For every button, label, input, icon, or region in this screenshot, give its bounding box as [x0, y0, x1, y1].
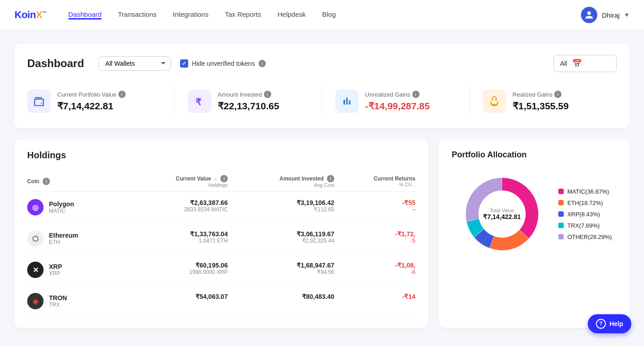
- realized-gains-value: ₹1,51,355.59: [512, 101, 569, 112]
- metric-amount-invested: ₹ Amount Invested i ₹22,13,710.65: [175, 85, 322, 117]
- portfolio-card: Portfolio Allocation Total Value ₹7,14,4…: [439, 139, 629, 328]
- wallet-selector[interactable]: All Wallets Wallet 1 Wallet 2: [98, 56, 171, 71]
- realized-gains-label: Realized Gains i: [512, 91, 569, 98]
- amount-invested-cell: ₹3,19,106.42 ₹112.60: [228, 192, 334, 223]
- dashboard-top-bar: Dashboard All Wallets Wallet 1 Wallet 2 …: [27, 55, 617, 72]
- pct-change: -6: [334, 269, 415, 275]
- current-returns: -₹1,08,: [334, 262, 415, 269]
- current-value-cell: ₹60,195.06 1998.0000 XRP: [127, 254, 228, 286]
- logo-text: KoinX™: [15, 9, 47, 21]
- nav-tax-reports[interactable]: Tax Reports: [225, 10, 261, 20]
- coin-icon: ✕: [27, 262, 44, 278]
- help-label: Help: [610, 320, 623, 327]
- amount-invested-cell: ₹3,06,119.67 ₹2,92,325.44: [228, 223, 334, 254]
- main-content: Dashboard All Wallets Wallet 1 Wallet 2 …: [0, 30, 644, 341]
- metrics-row: Current Portfolio Value i ₹7,14,422.81 ₹…: [27, 85, 617, 117]
- realized-info-icon[interactable]: i: [554, 91, 561, 98]
- avg-cost: ₹84.56: [228, 269, 334, 275]
- current-value-info-icon[interactable]: i: [220, 175, 228, 182]
- portfolio-title: Portfolio Allocation: [452, 150, 617, 160]
- coin-symbol: ETH: [49, 239, 78, 245]
- logo[interactable]: KoinX™: [15, 9, 47, 21]
- coin-cell: ◎ Polygon MATIC: [27, 199, 127, 215]
- money-bag-icon: [483, 89, 506, 113]
- holdings-amount: 1998.0000 XRP: [127, 269, 228, 275]
- unrealized-info-icon[interactable]: i: [412, 91, 420, 98]
- table-row: ◈ TRON TRX ₹54,063.07 ₹80,483.40 -₹14: [27, 286, 415, 317]
- nav-dashboard[interactable]: Dashboard: [68, 10, 102, 19]
- amount-invested-info-icon[interactable]: i: [264, 91, 271, 98]
- coin-info-icon[interactable]: i: [43, 178, 50, 185]
- amount-invested-label: Amount Invested i: [218, 91, 279, 98]
- date-filter-label: All: [560, 60, 567, 67]
- legend-item-xrp: XRP(8.43%): [558, 211, 612, 218]
- legend-label-eth: ETH(18.72%): [567, 200, 603, 206]
- legend-dot-other: [558, 234, 564, 239]
- coin-name: Polygon: [49, 200, 74, 208]
- hide-unverified-info-icon[interactable]: i: [259, 60, 266, 67]
- user-name[interactable]: Dhiraj: [602, 11, 620, 19]
- portfolio-info-icon[interactable]: i: [118, 91, 126, 98]
- current-returns: -₹55: [334, 199, 415, 206]
- amount-invested-col-info[interactable]: i: [327, 175, 334, 182]
- legend-item-trx: TRX(7.69%): [558, 222, 612, 229]
- current-returns-cell: -₹14: [334, 286, 415, 317]
- nav-helpdesk[interactable]: Helpdesk: [278, 10, 306, 20]
- legend-label-other: OTHER(28.29%): [567, 234, 612, 240]
- legend-label-xrp: XRP(8.43%): [567, 211, 600, 218]
- nav-blog[interactable]: Blog: [322, 10, 336, 20]
- nav-integrations[interactable]: Integrations: [173, 10, 208, 20]
- metric-realized-gains: Realized Gains i ₹1,51,355.59: [469, 85, 617, 117]
- hide-unverified-checkbox[interactable]: [180, 59, 188, 68]
- holdings-amount: 2833.9234 MATIC: [127, 206, 228, 213]
- portfolio-value: ₹7,14,422.81: [57, 101, 126, 112]
- donut-total-label: Total Value: [483, 208, 521, 213]
- col-current-returns: Current Returns % Ch...: [334, 171, 415, 192]
- coin-icon: ◎: [27, 199, 44, 215]
- nav-transactions[interactable]: Transactions: [118, 10, 156, 20]
- coin-symbol: XRP: [49, 270, 62, 277]
- coin-name: TRON: [49, 294, 67, 302]
- holdings-card: Holdings Coin i Current Value ↓ i Holdin…: [15, 139, 428, 328]
- coin-icon: ⬡: [27, 230, 44, 247]
- date-filter[interactable]: All 📅: [553, 55, 617, 72]
- help-button[interactable]: ? Help: [588, 314, 631, 333]
- invested-value: ₹1,68,947.67: [228, 262, 334, 269]
- chart-icon: [335, 89, 359, 113]
- rupee-icon: ₹: [188, 89, 211, 113]
- nav-right: Dhiraj ▼: [581, 7, 629, 23]
- coin-symbol: TRX: [49, 302, 67, 308]
- legend-item-eth: ETH(18.72%): [558, 200, 612, 206]
- legend-label-matic: MATIC(36.87%): [567, 188, 609, 195]
- pct-change: -5: [334, 238, 415, 244]
- sort-icon: ↓: [215, 175, 217, 182]
- current-value: ₹2,63,387.66: [127, 199, 228, 206]
- holdings-amount: 1.0472 ETH: [127, 238, 228, 244]
- navbar: KoinX™ Dashboard Transactions Integratio…: [0, 0, 644, 30]
- donut-chart-wrapper: Total Value ₹7,14,422.81 MATIC(36.87%) E…: [452, 169, 617, 259]
- calendar-icon: 📅: [572, 58, 582, 68]
- coin-name: Ethereum: [49, 232, 78, 239]
- holdings-table: Coin i Current Value ↓ i Holdings Amount…: [27, 171, 415, 317]
- table-row: ◎ Polygon MATIC ₹2,63,387.66 2833.9234 M…: [27, 192, 415, 223]
- holdings-title: Holdings: [27, 150, 415, 161]
- invested-value: ₹3,06,119.67: [228, 230, 334, 238]
- hide-unverified-label: Hide unverified tokens: [192, 60, 255, 67]
- help-icon: ?: [596, 319, 606, 329]
- legend-label-trx: TRX(7.69%): [567, 222, 600, 229]
- amount-invested-value: ₹22,13,710.65: [218, 101, 279, 112]
- current-value: ₹60,195.06: [127, 262, 228, 269]
- chevron-down-icon: ▼: [624, 12, 629, 18]
- table-row: ✕ XRP XRP ₹60,195.06 1998.0000 XRP ₹1,68…: [27, 254, 415, 286]
- invested-value: ₹3,19,106.42: [228, 199, 334, 206]
- legend-dot-matic: [558, 189, 564, 194]
- unrealized-gains-label: Unrealized Gains i: [365, 91, 430, 98]
- hide-unverified-toggle[interactable]: Hide unverified tokens i: [180, 59, 266, 68]
- coin-cell: ✕ XRP XRP: [27, 262, 127, 278]
- avg-cost: ₹112.60: [228, 206, 334, 213]
- metric-portfolio-value: Current Portfolio Value i ₹7,14,422.81: [27, 85, 175, 117]
- legend-dot-eth: [558, 200, 564, 205]
- metric-unrealized-gains: Unrealized Gains i -₹14,99,287.85: [322, 85, 469, 117]
- donut-center: Total Value ₹7,14,422.81: [483, 208, 521, 220]
- current-value-cell: ₹54,063.07: [127, 286, 228, 317]
